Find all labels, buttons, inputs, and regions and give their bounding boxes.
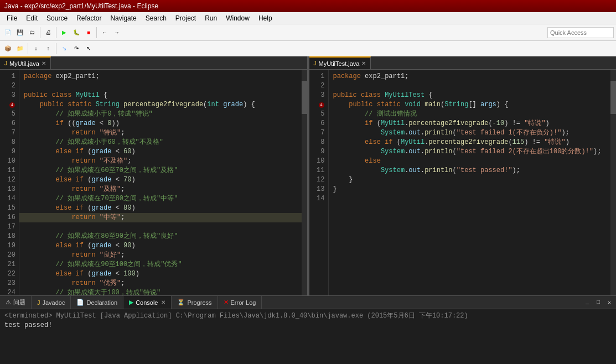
open-type-btn[interactable]: 📦 bbox=[2, 43, 13, 54]
left-tab-close[interactable]: ✕ bbox=[42, 60, 46, 66]
forward-btn[interactable]: → bbox=[111, 27, 122, 38]
line-num-12: 12 bbox=[2, 175, 15, 185]
toolbar-sep-5 bbox=[56, 43, 56, 54]
tab-errorlog-label: Error Log bbox=[231, 299, 256, 306]
right-line-numbers: 1 2 3 4 5 6 7 8 9 10 11 12 13 14 bbox=[309, 70, 329, 295]
tab-declaration[interactable]: 📄 Declaration bbox=[71, 296, 123, 309]
right-line-num-5: 5 bbox=[312, 110, 325, 119]
line-num-2: 2 bbox=[2, 81, 15, 91]
print-btn[interactable]: 🖨 bbox=[43, 27, 54, 38]
tab-errorlog[interactable]: ✕ Error Log bbox=[218, 296, 262, 309]
right-line-num-6: 6 bbox=[312, 119, 325, 128]
menu-window[interactable]: Window bbox=[221, 13, 254, 23]
right-scrollbar-thumb bbox=[610, 81, 616, 114]
back-btn[interactable]: ← bbox=[99, 27, 110, 38]
prev-annotation-btn[interactable]: ↑ bbox=[43, 43, 54, 54]
next-annotation-btn[interactable]: ↓ bbox=[30, 43, 42, 54]
menu-navigate[interactable]: Navigate bbox=[106, 13, 141, 23]
right-scrollbar[interactable] bbox=[610, 70, 616, 295]
right-tab-close[interactable]: ✕ bbox=[361, 60, 366, 66]
left-tab-label: MyUtil.java bbox=[9, 60, 39, 67]
tab-progress-label: Progress bbox=[187, 299, 211, 306]
line-num-20: 20 bbox=[2, 251, 15, 260]
console-icon: ▶ bbox=[129, 299, 133, 306]
menu-project[interactable]: Project bbox=[171, 13, 200, 23]
title-text: Java - exp2/src/exp2_part1/MyUtilTest.ja… bbox=[4, 2, 158, 10]
save-all-btn[interactable]: 🗂 bbox=[27, 27, 38, 38]
right-line-num-13: 13 bbox=[312, 185, 325, 194]
new-btn[interactable]: 📄 bbox=[2, 27, 13, 38]
right-line-num-9: 9 bbox=[312, 147, 325, 157]
bottom-tab-bar: ⚠ 问题 J Javadoc 📄 Declaration ▶ Console ✕… bbox=[0, 296, 616, 309]
debug-btn[interactable]: 🐛 bbox=[71, 27, 82, 38]
line-num-8: 8 bbox=[2, 138, 15, 147]
line-num-13: 13 bbox=[2, 185, 15, 194]
save-btn[interactable]: 💾 bbox=[14, 27, 25, 38]
run-btn[interactable]: ▶ bbox=[59, 27, 70, 38]
console-terminated-line: <terminated> MyUtilTest [Java Applicatio… bbox=[4, 311, 612, 321]
open-resource-btn[interactable]: 📁 bbox=[14, 43, 25, 54]
tab-progress[interactable]: ⏳ Progress bbox=[172, 296, 218, 309]
right-line-num-1: 1 bbox=[312, 72, 325, 81]
menu-refactor[interactable]: Refactor bbox=[72, 13, 106, 23]
menu-run[interactable]: Run bbox=[200, 13, 221, 23]
left-tab-bar: J MyUtil.java ✕ bbox=[0, 56, 307, 70]
line-num-3: 3 bbox=[2, 91, 15, 100]
left-tab-icon: J bbox=[4, 60, 7, 66]
close-panel-btn[interactable]: ✕ bbox=[605, 298, 614, 307]
line-num-22: 22 bbox=[2, 269, 15, 279]
errorlog-icon: ✕ bbox=[224, 299, 229, 306]
line-num-7: 7 bbox=[2, 128, 15, 138]
toolbar-sep-3 bbox=[96, 27, 97, 38]
step-into-btn[interactable]: ↘ bbox=[59, 43, 70, 54]
tab-console[interactable]: ▶ Console ✕ bbox=[123, 296, 172, 309]
minimize-panel-btn[interactable]: _ bbox=[583, 298, 592, 307]
line-num-6: 6 bbox=[2, 119, 15, 128]
declaration-icon: 📄 bbox=[76, 299, 84, 306]
step-return-btn[interactable]: ↖ bbox=[83, 43, 94, 54]
right-tab-label: MyUtilTest.java bbox=[319, 60, 360, 67]
step-over-btn[interactable]: ↷ bbox=[71, 43, 82, 54]
right-tab-icon: J bbox=[314, 60, 317, 66]
left-tab-myutil[interactable]: J MyUtil.java ✕ bbox=[0, 56, 51, 69]
menu-edit[interactable]: Edit bbox=[22, 13, 42, 23]
issues-icon: ⚠ bbox=[6, 299, 11, 306]
line-num-17: 17 bbox=[2, 222, 15, 232]
line-num-23: 23 bbox=[2, 279, 15, 288]
left-scrollbar[interactable] bbox=[302, 70, 307, 295]
menu-source[interactable]: Source bbox=[42, 13, 72, 23]
javadoc-icon: J bbox=[37, 299, 40, 306]
quick-access-input[interactable] bbox=[547, 27, 614, 38]
console-tab-close[interactable]: ✕ bbox=[161, 299, 165, 305]
right-line-num-7: 7 bbox=[312, 128, 325, 138]
line-num-1: 1 bbox=[2, 72, 15, 81]
left-line-numbers: 1 2 3 4 5 6 7 8 9 10 11 12 13 14 15 16 1… bbox=[0, 70, 19, 295]
console-content: <terminated> MyUtilTest [Java Applicatio… bbox=[0, 309, 616, 351]
tab-javadoc-label: Javadoc bbox=[43, 299, 65, 306]
line-num-11: 11 bbox=[2, 166, 15, 175]
maximize-panel-btn[interactable]: □ bbox=[594, 298, 603, 307]
right-line-num-10: 10 bbox=[312, 157, 325, 166]
line-num-16: 16 bbox=[2, 213, 15, 222]
right-editor-content: 1 2 3 4 5 6 7 8 9 10 11 12 13 14 package… bbox=[309, 70, 617, 295]
progress-icon: ⏳ bbox=[177, 299, 185, 306]
right-tab-myutiltest[interactable]: J MyUtilTest.java ✕ bbox=[309, 56, 371, 69]
tab-declaration-label: Declaration bbox=[86, 299, 117, 306]
bottom-tab-actions: _ □ ✕ bbox=[581, 296, 616, 309]
right-code-area[interactable]: package exp2_part1; public class MyUtilT… bbox=[329, 70, 611, 295]
toolbar2: 📦 📁 ↓ ↑ ↘ ↷ ↖ bbox=[0, 41, 616, 56]
right-line-num-14: 14 bbox=[312, 194, 325, 204]
left-code-area[interactable]: package exp2_part1; public class MyUtil … bbox=[19, 70, 302, 295]
right-tab-bar: J MyUtilTest.java ✕ bbox=[309, 56, 617, 70]
right-line-num-4: 4 bbox=[312, 100, 325, 110]
stop-btn[interactable]: ■ bbox=[83, 27, 94, 38]
menu-file[interactable]: File bbox=[2, 13, 22, 23]
menu-bar: File Edit Source Refactor Navigate Searc… bbox=[0, 12, 616, 24]
editor-area: J MyUtil.java ✕ 1 2 3 4 5 6 7 8 9 10 11 … bbox=[0, 56, 616, 295]
line-num-14: 14 bbox=[2, 194, 15, 204]
tab-javadoc[interactable]: J Javadoc bbox=[32, 296, 71, 309]
line-num-24: 24 bbox=[2, 288, 15, 295]
menu-help[interactable]: Help bbox=[254, 13, 277, 23]
menu-search[interactable]: Search bbox=[141, 13, 171, 23]
tab-issues[interactable]: ⚠ 问题 bbox=[0, 296, 32, 309]
